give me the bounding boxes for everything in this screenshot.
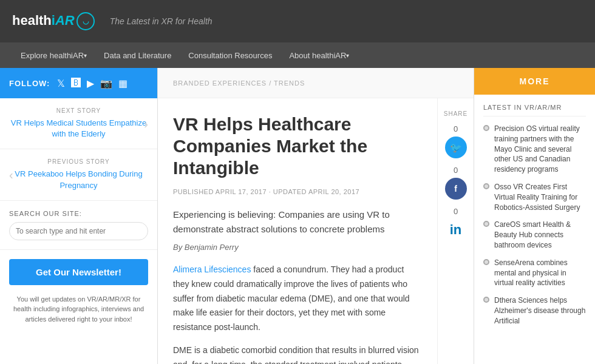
breadcrumb-separator: / [267, 79, 274, 87]
list-dot-icon [483, 125, 489, 131]
list-dot-icon [483, 183, 489, 189]
nav-consultation[interactable]: Consultation Resources [180, 42, 280, 68]
tagline: The Latest in XR for Health [110, 16, 212, 26]
next-story-block: NEXT STORY VR Helps Medical Students Emp… [0, 98, 157, 149]
linkedin-count: 0 [454, 207, 458, 216]
follow-bar: FOLLOW: 𝕏 🅱 ▶ 📷 ▦ [0, 68, 157, 98]
nav-about[interactable]: About healthiAR [280, 42, 358, 68]
list-item: Dthera Sciences helps Alzheimer's diseas… [483, 295, 586, 326]
list-dot-icon [483, 221, 489, 227]
share-column: SHARE 0 🐦 0 f 0 in [437, 98, 474, 364]
share-twitter-button[interactable]: 🐦 [445, 136, 467, 158]
breadcrumb: BRANDED EXPERIENCES / TRENDS [173, 79, 305, 87]
follow-youtube[interactable]: ▶ [87, 78, 94, 89]
next-arrow-icon: › [144, 116, 148, 130]
prev-story-title[interactable]: VR Peekaboo Helps Bonding During Pregnan… [9, 169, 148, 190]
latest-title: LATEST IN VR/AR/MR [483, 104, 586, 116]
list-dot-icon [483, 297, 489, 303]
article-paragraph-1: Alimera Lifesciences faced a conundrum. … [173, 263, 422, 335]
left-sidebar: FOLLOW: 𝕏 🅱 ▶ 📷 ▦ NEXT STORY VR Helps Me… [0, 68, 158, 364]
list-item: Precision OS virtual reality training pa… [483, 124, 586, 175]
newsletter-desc: You will get updates on VR/AR/MR/XR for … [0, 294, 157, 334]
article-link[interactable]: Alimera Lifesciences [173, 265, 251, 274]
logo-area: healthiAR◡ The Latest in XR for Health [12, 12, 212, 30]
nav-data[interactable]: Data and Literature [95, 42, 180, 68]
article-meta: PUBLISHED APRIL 17, 2017 · UPDATED APRIL… [173, 188, 422, 195]
search-label: SEARCH OUR SITE: [9, 210, 148, 217]
content-wrapper: FOLLOW: 𝕏 🅱 ▶ 📷 ▦ NEXT STORY VR Helps Me… [0, 68, 595, 364]
list-item: Osso VR Creates First Virtual Reality Tr… [483, 182, 586, 212]
next-story-title[interactable]: VR Helps Medical Students Empathize with… [9, 118, 148, 140]
follow-facebook[interactable]: 🅱 [71, 78, 81, 89]
latest-section: LATEST IN VR/AR/MR Precision OS virtual … [474, 95, 595, 343]
list-dot-icon [483, 259, 489, 265]
latest-item-text[interactable]: SenseArena combines mental and physical … [494, 258, 586, 288]
article-summary: Experiencing is believing: Companies are… [173, 207, 422, 237]
prev-story-label: PREVIOUS STORY [9, 158, 148, 165]
latest-item-text[interactable]: CareOS smart Health & Beauty Hub connect… [494, 220, 586, 250]
list-item: SenseArena combines mental and physical … [483, 258, 586, 288]
search-input[interactable] [9, 222, 148, 240]
article-row: VR Helps Healthcare Companies Market the… [158, 98, 474, 364]
next-story-label: NEXT STORY [9, 107, 148, 114]
article-content: VR Helps Healthcare Companies Market the… [158, 98, 437, 364]
follow-icons: 𝕏 🅱 ▶ 📷 ▦ [57, 78, 127, 89]
latest-item-text[interactable]: Osso VR Creates First Virtual Reality Tr… [494, 182, 586, 212]
follow-label: FOLLOW: [9, 79, 50, 88]
share-label: SHARE [444, 110, 467, 117]
logo-text: healthiAR◡ [12, 12, 95, 30]
search-area: SEARCH OUR SITE: [0, 201, 157, 250]
newsletter-button[interactable]: Get Our Newsletter! [9, 259, 148, 285]
meta-separator: · [269, 188, 273, 195]
article-title: VR Helps Healthcare Companies Market the… [173, 113, 422, 179]
follow-rss[interactable]: ▦ [118, 78, 127, 89]
main-nav: Explore healthiAR Data and Literature Co… [0, 42, 595, 68]
breadcrumb-category: BRANDED EXPERIENCES [173, 79, 267, 87]
article-paragraph-2: DME is a diabetic comorbid condition tha… [173, 343, 422, 364]
prev-story-block: PREVIOUS STORY ‹ VR Peekaboo Helps Bondi… [0, 149, 157, 200]
header: healthiAR◡ The Latest in XR for Health [0, 0, 595, 42]
article-body: Alimera Lifesciences faced a conundrum. … [173, 263, 422, 364]
breadcrumb-subcategory: TRENDS [274, 79, 305, 87]
right-sidebar: MORE LATEST IN VR/AR/MR Precision OS vir… [474, 68, 595, 364]
more-button[interactable]: MORE [474, 68, 595, 95]
breadcrumb-bar: BRANDED EXPERIENCES / TRENDS [158, 68, 474, 98]
updated-date: UPDATED APRIL 20, 2017 [273, 188, 359, 195]
main-content: BRANDED EXPERIENCES / TRENDS VR Helps He… [158, 68, 474, 364]
published-date: PUBLISHED APRIL 17, 2017 [173, 188, 267, 195]
article-paragraph-1-text: faced a conundrum. They had a product th… [173, 265, 410, 332]
logo[interactable]: healthiAR◡ [12, 12, 95, 30]
share-linkedin-button[interactable]: in [445, 219, 467, 241]
twitter-count: 0 [454, 124, 458, 133]
follow-instagram[interactable]: 📷 [100, 78, 112, 89]
follow-twitter[interactable]: 𝕏 [57, 78, 65, 89]
prev-arrow-icon: ‹ [9, 168, 13, 182]
latest-item-text[interactable]: Dthera Sciences helps Alzheimer's diseas… [494, 295, 586, 326]
nav-explore[interactable]: Explore healthiAR [12, 42, 95, 68]
article-author: By Benjamin Perry [173, 243, 422, 252]
share-facebook-button[interactable]: f [445, 178, 467, 200]
list-item: CareOS smart Health & Beauty Hub connect… [483, 220, 586, 250]
latest-item-text[interactable]: Precision OS virtual reality training pa… [494, 124, 586, 175]
facebook-count: 0 [454, 166, 458, 175]
